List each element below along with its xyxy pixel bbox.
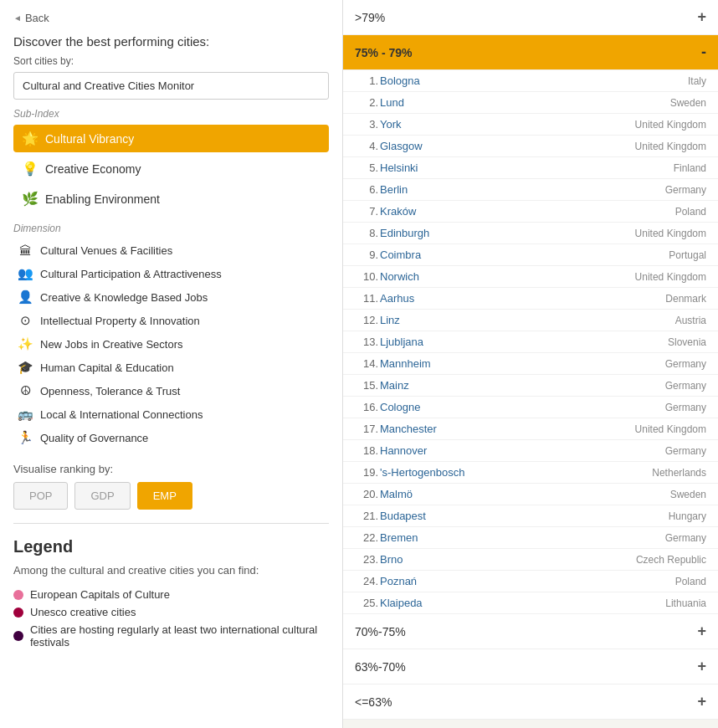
city-country: Czech Republic: [636, 554, 706, 566]
sort-dropdown[interactable]: Cultural and Creative Cities Monitor: [13, 72, 329, 100]
range-section-75-79: 75% - 79%- 1. Bologna Italy 2. Lund Swed…: [343, 35, 718, 614]
table-row[interactable]: 2. Lund Sweden: [343, 92, 718, 114]
dimension-label-text: Local & International Connections: [40, 408, 203, 421]
city-rank: 1.: [355, 74, 378, 87]
city-name: Brno: [380, 553, 636, 566]
back-label: Back: [25, 12, 49, 24]
range-sign: +: [697, 693, 706, 710]
table-row[interactable]: 1. Bologna Italy: [343, 70, 718, 92]
city-country: Germany: [665, 358, 706, 370]
city-rank: 13.: [355, 336, 378, 348]
table-row[interactable]: 23. Brno Czech Republic: [343, 549, 718, 571]
table-row[interactable]: 10. Norwich United Kingdom: [343, 266, 718, 288]
range-sign: +: [697, 623, 706, 640]
city-name: Klaipeda: [380, 597, 665, 609]
range-header-63-70[interactable]: 63%-70%+: [343, 649, 718, 684]
sub-index-item-cultural-vibrancy[interactable]: 🌟Cultural Vibrancy: [13, 125, 329, 152]
range-header-below-63[interactable]: <=63%+: [343, 684, 718, 720]
table-row[interactable]: 3. York United Kingdom: [343, 114, 718, 136]
back-button[interactable]: Back: [13, 12, 329, 24]
city-country: Finland: [674, 162, 706, 174]
table-row[interactable]: 9. Coimbra Portugal: [343, 244, 718, 266]
city-rank: 17.: [355, 423, 378, 435]
table-row[interactable]: 15. Mainz Germany: [343, 375, 718, 397]
city-rank: 15.: [355, 379, 378, 392]
city-name: Coimbra: [380, 249, 669, 261]
visualise-buttons: POPGDPEMP: [13, 482, 329, 510]
table-row[interactable]: 20. Malmö Sweden: [343, 484, 718, 505]
dimension-icon: 🎓: [17, 360, 33, 375]
city-name: Linz: [380, 314, 675, 326]
visualise-label: Visualise ranking by:: [13, 463, 329, 475]
city-country: Germany: [665, 184, 706, 196]
right-panel: >79%+75% - 79%- 1. Bologna Italy 2. Lund…: [343, 0, 718, 728]
dimension-label-text: Creative & Knowledge Based Jobs: [40, 291, 208, 304]
city-rank: 8.: [355, 227, 378, 239]
range-section-70-75: 70%-75%+: [343, 614, 718, 649]
table-row[interactable]: 6. Berlin Germany: [343, 179, 718, 201]
city-country: United Kingdom: [635, 228, 706, 239]
range-header-above-79[interactable]: >79%+: [343, 0, 718, 35]
table-row[interactable]: 19. 's-Hertogenbosch Netherlands: [343, 462, 718, 484]
city-name: Edinburgh: [380, 227, 635, 239]
dimension-item-connections[interactable]: 🚌Local & International Connections: [13, 402, 329, 426]
table-row[interactable]: 13. Ljubljana Slovenia: [343, 331, 718, 353]
city-country: United Kingdom: [635, 271, 706, 283]
range-label: <=63%: [355, 695, 392, 709]
sub-index-icon: 💡: [22, 161, 38, 177]
dimension-item-governance[interactable]: 🏃Quality of Governance: [13, 426, 329, 449]
city-country: Germany: [665, 445, 706, 457]
city-country: Italy: [688, 75, 706, 87]
table-row[interactable]: 7. Kraków Poland: [343, 201, 718, 223]
table-row[interactable]: 18. Hannover Germany: [343, 440, 718, 462]
dimension-item-human-capital[interactable]: 🎓Human Capital & Education: [13, 356, 329, 379]
table-row[interactable]: 16. Cologne Germany: [343, 397, 718, 418]
table-row[interactable]: 24. Poznań Poland: [343, 571, 718, 592]
range-label: 70%-75%: [355, 625, 406, 638]
divider: [13, 523, 329, 524]
city-rank: 5.: [355, 161, 378, 174]
city-rank: 23.: [355, 553, 378, 566]
dimension-item-ip-innovation[interactable]: ⊙Intellectual Property & Innovation: [13, 309, 329, 332]
range-header-70-75[interactable]: 70%-75%+: [343, 614, 718, 649]
dimension-item-cultural-participation[interactable]: 👥Cultural Participation & Attractiveness: [13, 262, 329, 285]
table-row[interactable]: 4. Glasgow United Kingdom: [343, 136, 718, 157]
table-row[interactable]: 21. Budapest Hungary: [343, 505, 718, 527]
dimension-label-text: Cultural Venues & Facilities: [40, 244, 172, 257]
city-name: Ljubljana: [380, 336, 668, 348]
dimension-item-cultural-venues[interactable]: 🏛Cultural Venues & Facilities: [13, 239, 329, 262]
vis-button-gdp[interactable]: GDP: [74, 482, 130, 510]
vis-button-pop[interactable]: POP: [13, 482, 68, 510]
sub-index-icon: 🌿: [22, 191, 38, 207]
city-rank: 2.: [355, 96, 378, 109]
sub-index-item-creative-economy[interactable]: 💡Creative Economy: [13, 155, 329, 182]
city-name: Aarhus: [380, 292, 665, 305]
table-row[interactable]: 12. Linz Austria: [343, 310, 718, 331]
city-name: Cologne: [380, 401, 665, 413]
dimension-item-creative-jobs[interactable]: 👤Creative & Knowledge Based Jobs: [13, 285, 329, 309]
table-row[interactable]: 5. Helsinki Finland: [343, 157, 718, 179]
table-row[interactable]: 25. Klaipeda Lithuania: [343, 592, 718, 614]
city-name: Berlin: [380, 183, 665, 196]
range-header-75-79[interactable]: 75% - 79%-: [343, 35, 718, 70]
sub-index-item-enabling-environment[interactable]: 🌿Enabling Environment: [13, 185, 329, 213]
legend-item-label: Unesco creative cities: [30, 606, 136, 618]
dimension-icon: 👤: [17, 290, 33, 305]
city-name: Poznań: [380, 575, 675, 587]
table-row[interactable]: 22. Bremen Germany: [343, 527, 718, 549]
city-country: Germany: [665, 402, 706, 413]
table-row[interactable]: 17. Manchester United Kingdom: [343, 418, 718, 440]
city-rank: 4.: [355, 140, 378, 152]
legend-dot: [13, 631, 23, 641]
dimension-label-text: Intellectual Property & Innovation: [40, 315, 200, 327]
vis-button-emp[interactable]: EMP: [137, 482, 192, 510]
city-rank: 12.: [355, 314, 378, 326]
city-rank: 20.: [355, 488, 378, 500]
dimension-item-openness[interactable]: ☮Openness, Tolerance & Trust: [13, 379, 329, 402]
table-row[interactable]: 8. Edinburgh United Kingdom: [343, 223, 718, 244]
city-rank: 6.: [355, 183, 378, 196]
dimension-label-text: Human Capital & Education: [40, 361, 174, 374]
table-row[interactable]: 11. Aarhus Denmark: [343, 288, 718, 310]
dimension-item-new-jobs[interactable]: ✨New Jobs in Creative Sectors: [13, 332, 329, 356]
table-row[interactable]: 14. Mannheim Germany: [343, 353, 718, 375]
